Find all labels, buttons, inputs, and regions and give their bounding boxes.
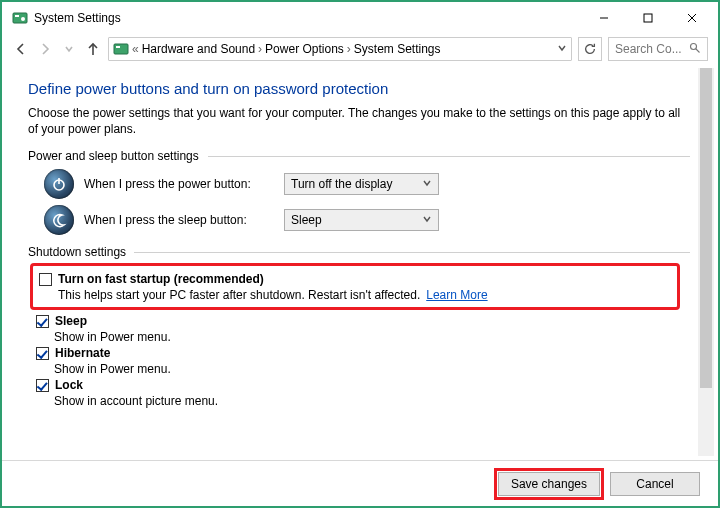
svg-rect-4 [644, 14, 652, 22]
address-bar: « Hardware and Sound › Power Options › S… [2, 34, 718, 64]
hibernate-option-row: Hibernate [36, 346, 690, 360]
svg-rect-8 [114, 44, 128, 54]
close-button[interactable] [670, 4, 714, 32]
power-icon [44, 169, 74, 199]
chevron-right-icon: › [347, 42, 351, 56]
power-button-row: When I press the power button: Turn off … [44, 169, 690, 199]
breadcrumb-prefix: « [132, 42, 139, 56]
sleep-option-label: Sleep [55, 314, 87, 328]
shutdown-section-label: Shutdown settings [28, 245, 126, 259]
power-button-select[interactable]: Turn off the display [284, 173, 439, 195]
maximize-button[interactable] [626, 4, 670, 32]
chevron-right-icon: › [258, 42, 262, 56]
svg-rect-9 [116, 46, 120, 48]
forward-button[interactable] [36, 40, 54, 58]
page-intro: Choose the power settings that you want … [28, 105, 690, 137]
sleep-button-label: When I press the sleep button: [84, 213, 274, 227]
lock-option-desc: Show in account picture menu. [54, 394, 690, 408]
power-sleep-section-label: Power and sleep button settings [28, 149, 199, 163]
svg-line-11 [696, 48, 700, 52]
sleep-icon [44, 205, 74, 235]
svg-point-10 [691, 43, 697, 49]
fast-startup-checkbox[interactable] [39, 273, 52, 286]
breadcrumb-seg-2[interactable]: Power Options [265, 42, 344, 56]
search-input[interactable]: Search Co... [608, 37, 708, 61]
recent-dropdown[interactable] [60, 40, 78, 58]
fast-startup-desc: This helps start your PC faster after sh… [58, 288, 420, 302]
content-area: Define power buttons and turn on passwor… [28, 80, 690, 454]
chevron-down-icon [422, 213, 432, 227]
sleep-option-desc: Show in Power menu. [54, 330, 690, 344]
breadcrumb-seg-1[interactable]: Hardware and Sound [142, 42, 255, 56]
lock-option-label: Lock [55, 378, 83, 392]
hibernate-option-label: Hibernate [55, 346, 110, 360]
power-sleep-section-title: Power and sleep button settings [28, 149, 690, 163]
hibernate-option-desc: Show in Power menu. [54, 362, 690, 376]
save-changes-button[interactable]: Save changes [498, 472, 600, 496]
chevron-down-icon [422, 177, 432, 191]
fast-startup-highlight: Turn on fast startup (recommended) This … [30, 263, 680, 310]
scrollbar[interactable] [698, 68, 714, 456]
svg-rect-0 [13, 13, 27, 23]
up-button[interactable] [84, 40, 102, 58]
power-button-label: When I press the power button: [84, 177, 274, 191]
breadcrumb-seg-3[interactable]: System Settings [354, 42, 441, 56]
breadcrumb[interactable]: « Hardware and Sound › Power Options › S… [108, 37, 572, 61]
cancel-button[interactable]: Cancel [610, 472, 700, 496]
sleep-button-row: When I press the sleep button: Sleep [44, 205, 690, 235]
page-heading: Define power buttons and turn on passwor… [28, 80, 690, 97]
footer: Save changes Cancel [2, 460, 718, 506]
window-title: System Settings [34, 11, 582, 25]
sleep-button-select[interactable]: Sleep [284, 209, 439, 231]
svg-point-2 [21, 17, 25, 21]
back-button[interactable] [12, 40, 30, 58]
sleep-button-value: Sleep [291, 213, 322, 227]
hibernate-checkbox[interactable] [36, 347, 49, 360]
scrollbar-thumb[interactable] [700, 68, 712, 388]
sleep-checkbox[interactable] [36, 315, 49, 328]
search-icon [689, 42, 701, 57]
fast-startup-row: Turn on fast startup (recommended) [39, 272, 671, 286]
refresh-button[interactable] [578, 37, 602, 61]
lock-checkbox[interactable] [36, 379, 49, 392]
shutdown-section-title: Shutdown settings [28, 245, 690, 259]
lock-option-row: Lock [36, 378, 690, 392]
control-panel-icon [12, 10, 28, 26]
minimize-button[interactable] [582, 4, 626, 32]
sleep-option-row: Sleep [36, 314, 690, 328]
fast-startup-label: Turn on fast startup (recommended) [58, 272, 264, 286]
search-placeholder: Search Co... [615, 42, 682, 56]
control-panel-path-icon [113, 41, 129, 57]
window: System Settings « Hardware and Sound › P… [0, 0, 720, 508]
power-button-value: Turn off the display [291, 177, 392, 191]
breadcrumb-history-dropdown[interactable] [557, 42, 567, 56]
learn-more-link[interactable]: Learn More [426, 288, 487, 302]
fast-startup-desc-row: This helps start your PC faster after sh… [58, 288, 671, 302]
svg-rect-1 [15, 15, 19, 17]
titlebar: System Settings [2, 2, 718, 34]
